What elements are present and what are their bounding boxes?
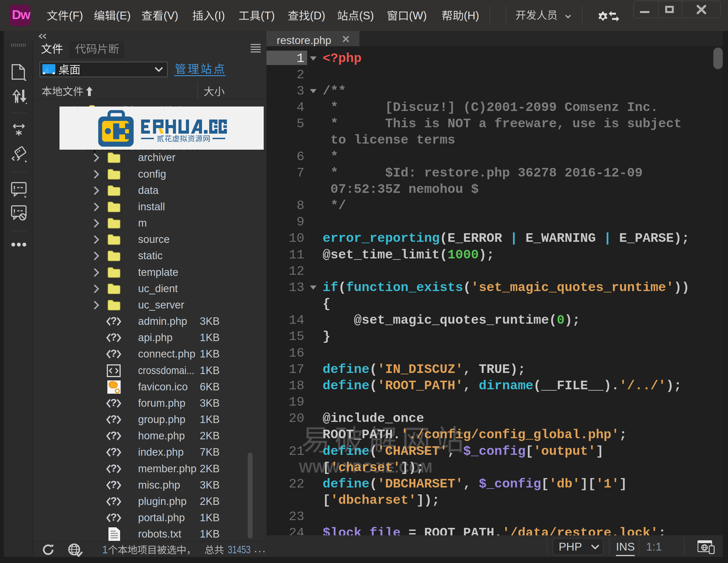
svg-text:?: ? <box>111 430 117 442</box>
svg-text:?: ? <box>111 348 117 360</box>
svg-text:?: ? <box>111 479 117 491</box>
svg-text:?: ? <box>111 446 117 458</box>
svg-text:?: ? <box>111 332 117 344</box>
svg-text:?: ? <box>111 495 117 507</box>
svg-text:?: ? <box>111 397 117 409</box>
svg-text:?: ? <box>111 463 117 475</box>
svg-text:?: ? <box>111 315 117 327</box>
svg-text:?: ? <box>111 414 117 426</box>
svg-text:?: ? <box>111 512 117 524</box>
